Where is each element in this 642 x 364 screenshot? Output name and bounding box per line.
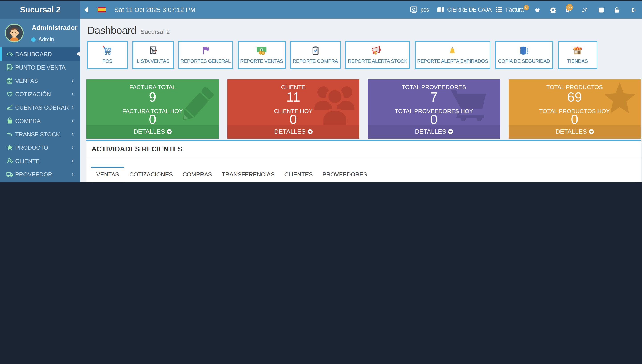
- svg-text:$: $: [261, 48, 263, 51]
